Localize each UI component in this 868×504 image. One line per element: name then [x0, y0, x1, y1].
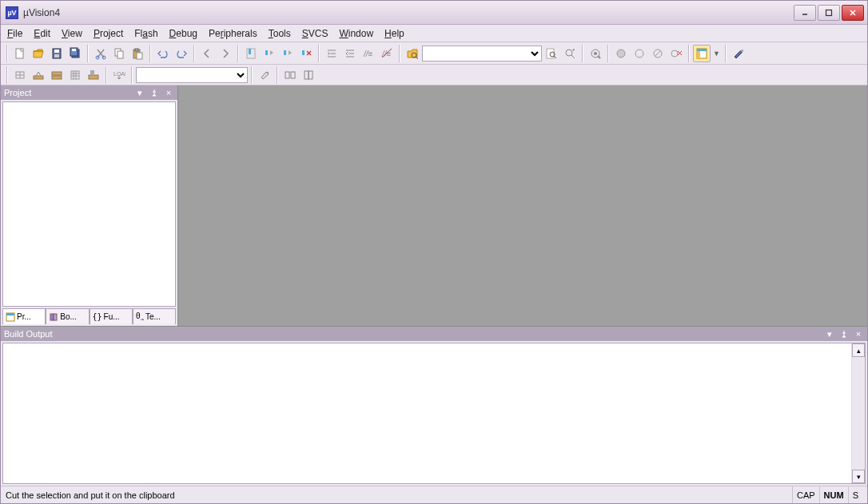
nav-forward-button[interactable] [217, 45, 234, 62]
workspace: Project ▾ × Pr... Bo... {}Fu... 0→Te... [1, 85, 867, 326]
copy-button[interactable] [110, 45, 128, 62]
paste-button[interactable] [129, 45, 146, 62]
build-panel-close-icon[interactable]: × [853, 328, 864, 339]
svg-point-29 [566, 50, 572, 56]
download-button[interactable]: LOAD [110, 66, 128, 84]
breakpoint-disable-button[interactable] [649, 45, 667, 62]
menu-edit[interactable]: Edit [34, 28, 50, 39]
menu-project[interactable]: Project [94, 28, 123, 39]
close-button[interactable] [842, 5, 864, 21]
manage-books-button[interactable] [300, 66, 317, 84]
svg-line-37 [655, 50, 661, 57]
build-button[interactable] [30, 66, 47, 84]
uncomment-button[interactable]: //≡ [378, 45, 396, 62]
status-text: Cut the selection and put it on the clip… [6, 490, 792, 500]
menu-flash[interactable]: Flash [134, 28, 157, 39]
tab-project[interactable]: Pr... [2, 308, 46, 324]
breakpoint-kill-button[interactable] [667, 45, 685, 62]
svg-point-34 [617, 50, 625, 58]
panel-close-icon[interactable]: × [163, 87, 174, 98]
rebuild-button[interactable] [48, 66, 66, 84]
svg-point-38 [671, 50, 678, 57]
incremental-find-button[interactable] [561, 45, 579, 62]
undo-button[interactable] [154, 45, 172, 62]
tab-templates[interactable]: 0→Te... [133, 308, 176, 324]
minimize-button[interactable] [794, 5, 816, 21]
menu-window[interactable]: Window [339, 28, 373, 39]
build-panel-menu-icon[interactable]: ▾ [824, 328, 835, 339]
comment-button[interactable]: //≡ [360, 45, 377, 62]
svg-rect-48 [89, 75, 98, 79]
editor-area [178, 85, 867, 326]
toolbar-main: //≡ //≡ ▼ [1, 42, 867, 65]
menu-debug[interactable]: Debug [169, 28, 197, 39]
menu-peripherals[interactable]: Peripherals [209, 28, 257, 39]
batch-build-button[interactable] [66, 66, 84, 84]
window-layout-dropdown[interactable]: ▼ [711, 50, 722, 58]
save-all-button[interactable] [66, 45, 84, 62]
configure-button[interactable] [730, 45, 747, 62]
outdent-button[interactable] [341, 45, 359, 62]
bookmark-prev-button[interactable] [261, 45, 278, 62]
breakpoint-insert-button[interactable] [612, 45, 630, 62]
target-options-button[interactable] [256, 66, 273, 84]
nav-back-button[interactable] [198, 45, 216, 62]
svg-rect-18 [265, 50, 268, 55]
svg-point-35 [635, 50, 643, 58]
svg-rect-53 [291, 72, 295, 78]
build-scrollbar[interactable]: ▴ ▾ [851, 343, 865, 483]
tab-functions[interactable]: {}Fu... [90, 308, 133, 324]
bookmark-clear-button[interactable] [297, 45, 315, 62]
svg-rect-19 [284, 50, 286, 55]
menu-file[interactable]: File [7, 28, 22, 39]
redo-button[interactable] [173, 45, 190, 62]
breakpoint-enable-button[interactable] [631, 45, 648, 62]
bookmark-next-button[interactable] [279, 45, 297, 62]
svg-rect-59 [54, 314, 57, 320]
svg-rect-44 [34, 76, 43, 79]
svg-rect-45 [52, 76, 62, 79]
bookmark-toggle-button[interactable] [242, 45, 260, 62]
panel-menu-icon[interactable]: ▾ [134, 87, 145, 98]
target-select[interactable] [136, 67, 248, 83]
manage-components-button[interactable] [281, 66, 299, 84]
scroll-down-icon[interactable]: ▾ [852, 470, 865, 483]
open-button[interactable] [30, 45, 47, 62]
build-output-panel: Build Output ▾ × ▴ ▾ [1, 326, 867, 486]
indent-button[interactable] [323, 45, 340, 62]
window-layout-button[interactable] [693, 45, 711, 62]
svg-point-32 [594, 52, 597, 55]
find-combo[interactable] [422, 46, 542, 62]
find-in-files-button[interactable] [404, 45, 421, 62]
status-scrl: S [848, 486, 862, 503]
find-button[interactable] [543, 45, 560, 62]
cut-button[interactable] [92, 45, 109, 62]
svg-rect-20 [302, 50, 305, 55]
panel-pin-icon[interactable] [149, 87, 160, 98]
project-tabs: Pr... Bo... {}Fu... 0→Te... [1, 308, 177, 326]
build-panel-pin-icon[interactable] [838, 328, 850, 339]
menu-tools[interactable]: Tools [269, 28, 291, 39]
project-panel: Project ▾ × Pr... Bo... {}Fu... 0→Te... [1, 85, 178, 326]
svg-text://≡: //≡ [363, 50, 373, 58]
project-tree[interactable] [2, 101, 176, 307]
stop-build-button[interactable] [85, 66, 102, 84]
svg-rect-54 [305, 71, 309, 79]
titlebar: µV µVision4 [1, 1, 867, 25]
menu-svcs[interactable]: SVCS [302, 28, 328, 39]
scroll-up-icon[interactable]: ▴ [852, 343, 865, 357]
menu-help[interactable]: Help [384, 28, 404, 39]
tab-books[interactable]: Bo... [46, 308, 89, 324]
build-output-text[interactable] [3, 343, 851, 483]
debug-button[interactable] [587, 45, 604, 62]
save-button[interactable] [48, 45, 66, 62]
svg-point-51 [267, 72, 269, 73]
new-file-button[interactable] [11, 45, 29, 62]
translate-button[interactable] [11, 66, 29, 84]
menu-view[interactable]: View [62, 28, 82, 39]
build-panel-header: Build Output ▾ × [1, 327, 867, 341]
svg-rect-47 [71, 71, 79, 79]
svg-rect-52 [285, 72, 289, 78]
status-cap: CAP [792, 486, 819, 503]
maximize-button[interactable] [818, 5, 840, 21]
